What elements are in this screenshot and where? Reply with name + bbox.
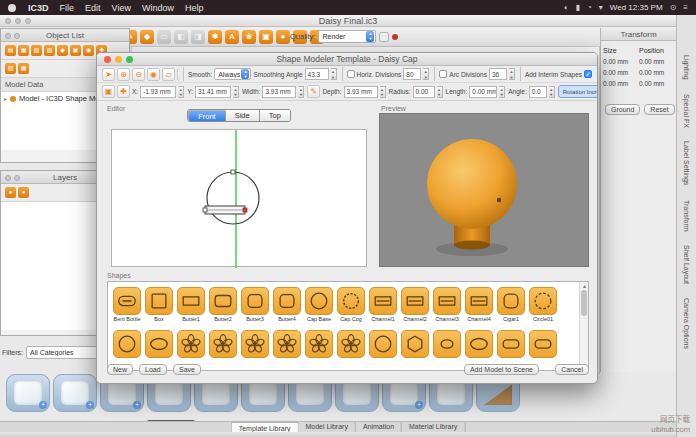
shape-tile[interactable] <box>433 330 461 358</box>
toolbar-icon[interactable]: ❀ <box>242 30 256 44</box>
dialog-tool-icon[interactable]: ➤ <box>102 68 115 81</box>
profile-editor-canvas[interactable] <box>111 129 367 267</box>
toolbar-icon[interactable]: ◧ <box>174 30 188 44</box>
depth-field[interactable]: 3.93 mm <box>344 86 378 98</box>
clock-icon[interactable]: ◔ <box>587 3 592 12</box>
horiz-divisions-field[interactable]: 80 <box>403 68 421 80</box>
layers-tool-icon[interactable]: ● <box>18 187 29 198</box>
length-field[interactable]: 0.00 mm <box>469 86 497 98</box>
object-list-tool-icon[interactable]: ▥ <box>5 63 16 74</box>
shape-tile[interactable] <box>529 330 557 358</box>
new-button[interactable]: New <box>107 364 133 375</box>
scroll-up-icon[interactable]: ▲ <box>580 283 589 289</box>
y-field[interactable]: 31.41 mm <box>195 86 231 98</box>
object-list-tool-icon[interactable]: ▤ <box>5 45 16 56</box>
object-list-tool-icon[interactable]: ▦ <box>18 45 29 56</box>
width-field[interactable]: 3.93 mm <box>262 86 296 98</box>
menu-window[interactable]: Window <box>142 3 174 13</box>
apple-menu-icon[interactable] <box>8 4 16 12</box>
scrollbar-thumb[interactable] <box>581 290 587 316</box>
rotation-increment-button[interactable]: Rotation Increment <box>558 85 597 98</box>
add-interim-shapes-checkbox[interactable]: ✓ <box>584 70 592 78</box>
dialog-tool-icon[interactable]: ▱ <box>162 68 175 81</box>
app-menu[interactable]: IC3D <box>28 3 49 13</box>
toolbar-icon[interactable]: ◆ <box>140 30 154 44</box>
object-list-tool-icon[interactable]: ▦ <box>18 63 29 74</box>
shape-tile[interactable]: Butter1 <box>177 287 205 322</box>
menu-help[interactable]: Help <box>185 3 204 13</box>
spotlight-icon[interactable]: ⊙ <box>670 3 677 12</box>
shape-tile[interactable]: Butter4 <box>273 287 301 322</box>
shape-tile[interactable]: Box <box>145 287 173 322</box>
shapes-scrollbar[interactable]: ▲ ▼ <box>579 282 588 370</box>
dialog-tool-icon[interactable]: ← <box>177 68 179 81</box>
panel-collapse-button[interactable] <box>14 33 20 39</box>
shape-tile[interactable]: Cap Base <box>305 287 333 322</box>
shape-fill-tool-icon[interactable]: ▣ <box>102 85 115 98</box>
horiz-divisions-checkbox[interactable] <box>347 70 355 78</box>
dialog-tool-icon[interactable]: ⊕ <box>117 68 130 81</box>
object-list-tool-icon[interactable]: ◉ <box>83 45 94 56</box>
side-tab[interactable]: Label Settings <box>683 141 690 185</box>
toolbar-icon[interactable]: A <box>225 30 239 44</box>
notification-center-icon[interactable]: ≡ <box>683 3 688 12</box>
toolbar-icon[interactable]: ✱ <box>208 30 222 44</box>
dialog-tool-icon[interactable]: ⊖ <box>132 68 145 81</box>
volume-icon[interactable]: ▾ <box>599 3 603 12</box>
toolbar-icon[interactable]: ▣ <box>259 30 273 44</box>
dialog-close-button[interactable] <box>104 56 111 63</box>
side-tab[interactable]: Special FX <box>683 94 690 128</box>
shape-tile[interactable]: Cap Cog <box>337 287 365 322</box>
shape-tile[interactable]: Channel4 <box>465 287 493 322</box>
shape-tile[interactable] <box>113 330 141 358</box>
render-options-button[interactable] <box>379 32 389 42</box>
smoothing-angle-field[interactable]: 43.3 <box>305 68 329 80</box>
side-tab[interactable]: Lighting <box>683 55 690 80</box>
side-tab[interactable]: Shelf Layout <box>683 245 690 284</box>
shape-tile[interactable]: Butter3 <box>241 287 269 322</box>
toolbar-icon[interactable]: ◨ <box>191 30 205 44</box>
x-field[interactable]: -1.93 mm <box>140 86 176 98</box>
move-tool-icon[interactable]: ✚ <box>117 85 130 98</box>
shape-tile[interactable] <box>369 330 397 358</box>
shape-tile[interactable]: Channel3 <box>433 287 461 322</box>
layers-tool-icon[interactable]: ● <box>5 187 16 198</box>
menu-clock[interactable]: Wed 12:35 PM <box>610 3 663 12</box>
disclosure-triangle-icon[interactable]: ▸ <box>4 95 7 102</box>
shape-tile[interactable]: Channel1 <box>369 287 397 322</box>
load-button[interactable]: Load <box>139 364 167 375</box>
shape-tile[interactable] <box>209 330 237 358</box>
object-list-tool-icon[interactable]: ▨ <box>44 45 55 56</box>
panel-close-button[interactable] <box>5 33 11 39</box>
arc-divisions-checkbox[interactable] <box>439 70 447 78</box>
quality-select[interactable]: Render ▲▼ <box>318 30 376 43</box>
battery-icon[interactable]: ▮ <box>576 3 580 12</box>
menu-edit[interactable]: Edit <box>85 3 101 13</box>
shape-tile[interactable]: Bent Bottle <box>113 287 141 322</box>
shape-tile[interactable] <box>305 330 333 358</box>
object-list-tool-icon[interactable]: ▧ <box>31 45 42 56</box>
shape-tile[interactable] <box>465 330 493 358</box>
shape-tile[interactable]: Circle01 <box>529 287 557 322</box>
arc-divisions-field[interactable]: 36 <box>489 68 507 80</box>
object-list-tool-icon[interactable]: ◆ <box>57 45 68 56</box>
toolbar-icon[interactable]: ● <box>276 30 290 44</box>
status-icon[interactable]: ◐ <box>564 3 569 12</box>
radius-field[interactable]: 0.00 <box>413 86 435 98</box>
reset-button[interactable]: Reset <box>644 104 674 115</box>
shape-tile[interactable] <box>401 330 429 358</box>
shape-tile[interactable] <box>337 330 365 358</box>
dialog-tool-icon[interactable]: ◉ <box>147 68 160 81</box>
view-tab[interactable]: Side <box>226 110 260 121</box>
menu-view[interactable]: View <box>112 3 131 13</box>
shape-tile[interactable] <box>273 330 301 358</box>
view-tab[interactable]: Top <box>260 110 290 121</box>
object-list-tool-icon[interactable]: ▣ <box>70 45 81 56</box>
dialog-zoom-button[interactable] <box>126 56 133 63</box>
side-tab[interactable]: Camera Options <box>683 298 690 349</box>
shape-tile[interactable]: Channel2 <box>401 287 429 322</box>
view-tab[interactable]: Front <box>188 110 226 122</box>
panel-collapse-button[interactable] <box>14 175 20 181</box>
pen-tool-icon[interactable]: ✎ <box>307 85 320 98</box>
add-model-to-scene-button[interactable]: Add Model to Scene <box>464 364 539 375</box>
